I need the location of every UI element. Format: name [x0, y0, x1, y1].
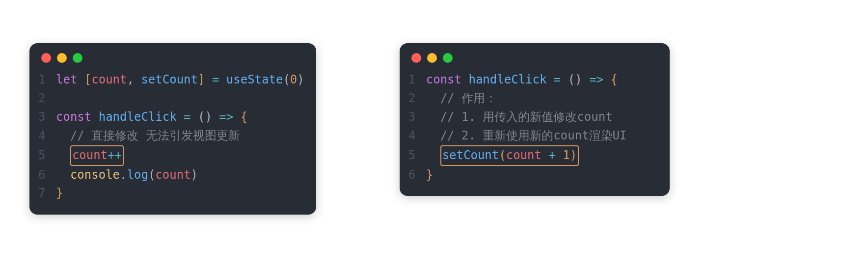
line-content: setCount(count + 1): [426, 145, 579, 166]
line-number: 7: [38, 184, 56, 203]
line-content: }: [426, 166, 433, 185]
zoom-icon[interactable]: [443, 53, 453, 63]
code-block-right: 1const handleClick = () => {2 // 作用：3 //…: [408, 71, 658, 184]
line-number: 3: [408, 108, 426, 127]
line-number: 1: [408, 71, 426, 89]
line-number: 5: [38, 146, 56, 165]
line-number: 5: [408, 146, 426, 165]
code-line: 3const handleClick = () => {: [38, 108, 304, 127]
code-line: 2 // 作用：: [408, 89, 658, 108]
line-content: let [count, setCount] = useState(0): [56, 71, 304, 89]
minimize-icon[interactable]: [57, 53, 67, 63]
line-content: const handleClick = () => {: [426, 71, 618, 89]
line-content: // 1. 用传入的新值修改count: [426, 108, 613, 127]
zoom-icon[interactable]: [73, 53, 82, 63]
line-content: // 直接修改 无法引发视图更新: [56, 127, 240, 145]
close-icon[interactable]: [41, 53, 51, 63]
code-line: 1let [count, setCount] = useState(0): [38, 71, 304, 89]
line-number: 1: [38, 71, 56, 89]
line-number: 6: [38, 166, 56, 185]
code-line: 3 // 1. 用传入的新值修改count: [408, 108, 658, 127]
code-line: 1const handleClick = () => {: [408, 71, 658, 89]
window-traffic-lights: [38, 53, 304, 71]
code-line: 5 count++: [38, 145, 304, 166]
code-block-left: 1let [count, setCount] = useState(0)23co…: [38, 71, 304, 203]
code-line: 6 console.log(count): [38, 166, 304, 185]
code-line: 2: [38, 89, 304, 108]
line-number: 2: [408, 89, 426, 108]
code-window-right: 1const handleClick = () => {2 // 作用：3 //…: [400, 43, 670, 196]
line-content: console.log(count): [56, 166, 198, 185]
highlight-box: count++: [70, 145, 124, 166]
line-number: 3: [38, 108, 56, 127]
line-content: count++: [56, 145, 124, 166]
line-number: 4: [408, 127, 426, 145]
code-line: 4 // 2. 重新使用新的count渲染UI: [408, 127, 658, 145]
close-icon[interactable]: [411, 53, 421, 63]
line-number: 6: [408, 166, 426, 185]
code-line: 4 // 直接修改 无法引发视图更新: [38, 127, 304, 145]
code-line: 5 setCount(count + 1): [408, 145, 658, 166]
window-traffic-lights: [408, 53, 658, 71]
line-content: }: [56, 184, 63, 203]
minimize-icon[interactable]: [427, 53, 437, 63]
highlight-box: setCount(count + 1): [440, 145, 579, 166]
code-window-left: 1let [count, setCount] = useState(0)23co…: [29, 43, 316, 215]
line-number: 2: [38, 89, 56, 108]
code-line: 6}: [408, 166, 658, 185]
line-content: // 2. 重新使用新的count渲染UI: [426, 127, 627, 145]
line-number: 4: [38, 127, 56, 145]
line-content: // 作用：: [426, 89, 497, 108]
code-line: 7}: [38, 184, 304, 203]
line-content: const handleClick = () => {: [56, 108, 247, 127]
